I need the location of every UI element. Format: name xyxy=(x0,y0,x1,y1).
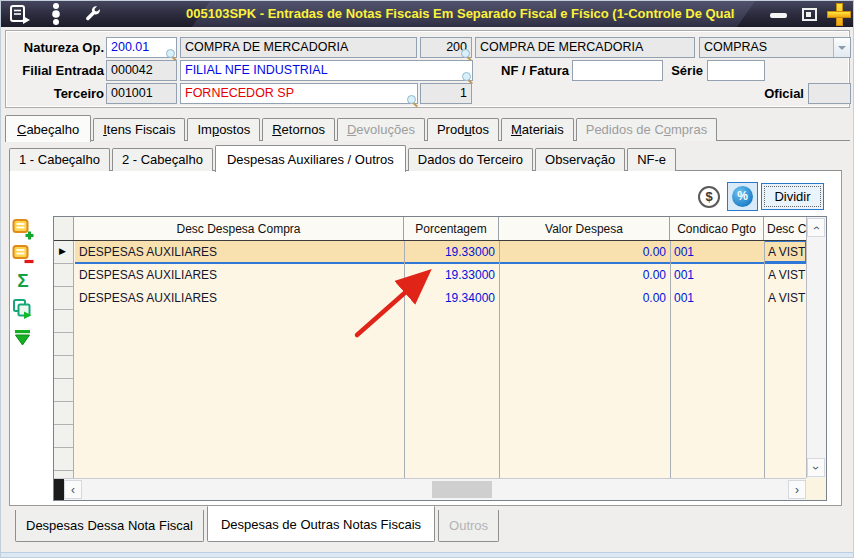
add-row-icon[interactable] xyxy=(12,218,34,240)
column-divider[interactable] xyxy=(670,241,671,478)
chevron-right-icon: › xyxy=(795,483,799,497)
tab-despesas-auxiliares[interactable]: Despesas Auxiliares / Outros xyxy=(215,145,406,172)
tab-1-cabecalho[interactable]: 1 - Cabeçalho xyxy=(9,148,110,171)
scroll-left-button[interactable]: ‹ xyxy=(64,480,82,499)
vertical-scrollbar[interactable]: › › xyxy=(806,217,826,478)
header-form-panel: Natureza Op. Filial Entrada Terceiro 200… xyxy=(5,30,850,108)
tab-outros: Outros xyxy=(438,510,499,542)
row-indicator-column xyxy=(54,241,74,478)
scroll-down-button[interactable]: › xyxy=(807,458,825,477)
minimize-button[interactable] xyxy=(770,13,787,18)
natureza-op-label: Natureza Op. xyxy=(12,37,104,58)
column-divider[interactable] xyxy=(499,241,500,478)
nf-fatura-label: NF / Fatura xyxy=(476,60,569,81)
tab-cabecalho[interactable]: Cabeçalho xyxy=(5,115,91,142)
tab-2-cabecalho[interactable]: 2 - Cabeçalho xyxy=(112,148,213,171)
tab-impostos[interactable]: Impostos xyxy=(187,118,260,141)
tab-despesas-dessa-nota[interactable]: Despesas Dessa Nota Fiscal xyxy=(15,510,204,542)
goto-last-icon[interactable] xyxy=(12,327,34,349)
red-annotation-arrow xyxy=(346,259,441,344)
title-bar: 005103SPK - Entradas de Notas Fiscais Em… xyxy=(1,1,853,27)
app-window: 005103SPK - Entradas de Notas Fiscais Em… xyxy=(0,0,854,558)
chevron-down-icon[interactable] xyxy=(833,38,850,57)
delete-row-icon[interactable] xyxy=(12,244,34,266)
traffic-light-icon[interactable] xyxy=(45,2,69,22)
terceiro-desc-field[interactable]: FORNECEDOR SP xyxy=(180,83,418,104)
tab-materiais[interactable]: Materiais xyxy=(501,118,574,141)
column-divider[interactable] xyxy=(764,241,765,478)
serie-label: Série xyxy=(666,60,703,81)
sub-tab-bar: 1 - Cabeçalho 2 - Cabeçalho Despesas Aux… xyxy=(9,143,678,171)
cell-valor-despesa[interactable]: 0.00 xyxy=(499,264,670,287)
sum-icon[interactable]: Σ xyxy=(12,270,34,292)
cell-valor-despesa[interactable]: 0.00 xyxy=(499,287,670,310)
chevron-left-icon: ‹ xyxy=(71,483,75,497)
tipo-combobox[interactable]: COMPRAS xyxy=(699,37,851,58)
cell-desc-cond[interactable]: A VIST xyxy=(764,287,806,310)
lookup-magnifier-icon[interactable] xyxy=(166,49,177,60)
serie-input[interactable] xyxy=(707,60,765,81)
filial-entrada-label: Filial Entrada xyxy=(12,60,104,81)
terceiro-code-field[interactable]: 001001 xyxy=(106,83,177,104)
cell-valor-despesa[interactable]: 0.00 xyxy=(499,241,670,262)
form-icon[interactable] xyxy=(8,4,32,24)
grid-corner-cell xyxy=(54,217,74,240)
cell-desc-cond[interactable]: A VIST xyxy=(764,264,806,287)
cell-condicao-pgto[interactable]: 001 xyxy=(670,241,764,262)
cell-condicao-pgto[interactable]: 001 xyxy=(670,264,764,287)
tab-nfe[interactable]: NF-e xyxy=(627,148,676,171)
oficial-label: Oficial xyxy=(706,83,804,104)
lookup-magnifier-icon[interactable] xyxy=(462,72,473,83)
natureza-group-desc-field: COMPRA DE MERCADORIA xyxy=(475,37,695,58)
tab-despesas-outras-notas[interactable]: Despesas de Outras Notas Fiscais xyxy=(207,506,435,542)
natureza-op-desc-field: COMPRA DE MERCADORIA xyxy=(180,37,417,58)
row-indicator-icon: ▶ xyxy=(59,246,66,256)
percent-button[interactable]: % xyxy=(727,182,758,211)
tipo-combobox-value: COMPRAS xyxy=(704,40,767,54)
scrollbar-thumb[interactable] xyxy=(432,481,492,498)
cell-condicao-pgto[interactable]: 001 xyxy=(670,287,764,310)
dividir-button[interactable]: Dividir xyxy=(761,183,824,210)
scroll-right-button[interactable]: › xyxy=(788,480,806,499)
copy-icon[interactable] xyxy=(12,298,34,320)
nf-fatura-input[interactable] xyxy=(572,60,663,81)
scroll-up-button[interactable]: › xyxy=(807,218,825,237)
dollar-icon[interactable]: $ xyxy=(698,186,720,208)
tab-produtos[interactable]: Produtos xyxy=(427,118,499,141)
chevron-up-icon: › xyxy=(809,226,823,230)
column-header-porcentagem[interactable]: Porcentagem xyxy=(404,217,499,240)
main-tab-bar: Cabeçalho Itens Fiscais Impostos Retorno… xyxy=(5,113,719,141)
cell-desc-cond[interactable]: A VIST xyxy=(764,241,806,262)
tab-itens-fiscais[interactable]: Itens Fiscais xyxy=(93,118,185,141)
tab-dados-do-terceiro[interactable]: Dados do Terceiro xyxy=(408,148,533,171)
chevron-down-icon: › xyxy=(809,466,823,470)
wrench-icon[interactable] xyxy=(81,4,105,24)
terceiro-label: Terceiro xyxy=(12,83,104,104)
grid-header-row: Desc Despesa Compra Porcentagem Valor De… xyxy=(54,217,806,241)
column-header-desc-despesa[interactable]: Desc Despesa Compra xyxy=(74,217,404,240)
terceiro-seq-field: 1 xyxy=(420,83,472,104)
scrollbar-corner xyxy=(806,478,826,500)
horizontal-scrollbar[interactable]: ‹ › xyxy=(54,478,806,500)
scrollbar-fixed-marker[interactable] xyxy=(54,479,64,500)
tab-retornos[interactable]: Retornos xyxy=(262,118,335,141)
filial-desc-field[interactable]: FILIAL NFE INDUSTRIAL xyxy=(180,60,473,81)
window-title: 005103SPK - Entradas de Notas Fiscais Em… xyxy=(186,6,735,21)
tab-devolucoes: Devoluções xyxy=(337,118,425,141)
lookup-magnifier-icon[interactable] xyxy=(461,49,472,60)
filial-code-field[interactable]: 000042 xyxy=(106,60,177,81)
oficial-field[interactable] xyxy=(808,83,851,104)
tab-observacao[interactable]: Observação xyxy=(535,148,625,171)
lookup-magnifier-icon[interactable] xyxy=(407,95,418,106)
percent-icon: % xyxy=(732,186,753,207)
tab-pedidos-de-compras: Pedidos de Compras xyxy=(576,118,717,141)
maximize-button[interactable] xyxy=(802,8,817,21)
column-header-desc-cond[interactable]: Desc C xyxy=(764,217,806,240)
column-header-valor-despesa[interactable]: Valor Despesa xyxy=(499,217,670,240)
plus-button[interactable] xyxy=(827,3,851,26)
column-header-condicao-pgto[interactable]: Condicao Pgto xyxy=(670,217,764,240)
bottom-tab-bar: Despesas Dessa Nota Fiscal Despesas de O… xyxy=(15,506,502,542)
